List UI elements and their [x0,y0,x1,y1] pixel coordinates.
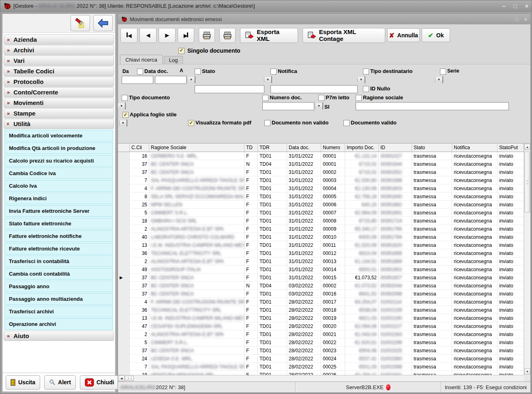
chevron-down-icon[interactable]: ▼ [357,77,365,82]
sidebar-item-trasferisci-in-contabilit[interactable]: Trasferisci in contabilità [4,255,113,267]
annulla-button[interactable]: ✘Annulla [387,28,420,42]
row-selector[interactable] [118,176,130,184]
column-header-notifica[interactable]: Notifica [452,143,498,152]
column-header-ragione[interactable]: Ragione Sociale [149,143,245,152]
tipo-documento-checkbox[interactable]: ✓ [122,95,128,101]
sidebar-item-trasferisci-archivi[interactable]: Trasferisci archivi [4,306,113,317]
row-selector[interactable] [118,257,130,266]
row-selector[interactable] [118,217,130,225]
table-row[interactable]: 13I.E.M. INDUSTRIA CAMPER MILANO-MES.LFT… [118,314,530,322]
serie-checkbox[interactable]: ✓ [440,69,446,75]
first-record-button[interactable]: ◀ [120,28,137,43]
data-da-input[interactable] [122,76,153,84]
applica-foglio-stile-checkbox[interactable]: ✓ [122,112,129,118]
column-header-tdr[interactable]: TDR [258,143,287,152]
scroll-down-icon[interactable]: ▼ [524,368,530,375]
chevron-down-icon[interactable]: ▼ [187,77,195,82]
table-row[interactable]: 37BC CENTER SNCANTD0431/01/202200001€715… [118,160,530,168]
column-header-statoput[interactable]: StatoPut [498,143,523,152]
table-row[interactable]: 7SAL PASQUARIELLO ARREDI TAVOLE SRLFTD01… [118,176,530,184]
vertical-scroll-thumb[interactable] [525,152,530,212]
tipo-documento-combo[interactable]: ▼ [125,103,126,109]
scroll-up-icon[interactable]: ▲ [524,144,530,150]
column-header-stato[interactable]: Stato [412,143,452,152]
table-row[interactable]: 37BC CENTER SNCAFTD0131/01/202200002€715… [118,168,530,176]
sidebar-item-rigenera-indici[interactable]: Rigenera indici [4,193,113,204]
table-row[interactable]: 37BC CENTER SNCANTD0403/02/202200002€1.0… [118,282,530,290]
numero-doc-checkbox[interactable]: ✓ [262,95,268,101]
table-row[interactable]: 16CERBERO S.E. MRL.FTD0131/01/202200001€… [118,152,530,160]
table-row[interactable]: 7SAL PASQUARIELLO ARREDI TAVOLE SRLFTD01… [118,363,530,371]
horizontal-scrollbar[interactable]: ◀ [118,375,524,381]
table-row[interactable]: 36TECHNICAL ELETTRICITY SRLFTD0128/02/20… [118,306,530,314]
row-selector[interactable] [118,160,130,168]
table-row[interactable]: 13I.E.M. INDUSTRIA CAMPER MILANO-MES.LFT… [118,241,530,249]
back-button[interactable] [93,15,113,31]
row-selector[interactable] [118,201,130,209]
visualizza-formato-pdf-checkbox[interactable]: ✓ [188,120,194,126]
table-row[interactable]: 4F. ARRMI DEI COSTRUZIONI RIUNITE SREFFT… [118,298,530,306]
table-row[interactable]: 24LESEDA S.E. MRL.FTD0128/02/202200024€5… [118,355,530,363]
sidebar-item-modifica-qt-articoli-in-produzione[interactable]: Modifica Qtà articoli in produzione [4,142,113,154]
tipo-destinatario-checkbox[interactable]: ✓ [363,69,369,75]
data-doc-checkbox[interactable]: ✓ [137,69,143,75]
row-selector[interactable] [118,225,130,233]
close-icon[interactable]: × [525,3,528,9]
alert-button[interactable]: Alert [44,375,76,390]
table-row[interactable]: 2ALINOSTRIA ARTESIA E.BT SPAFTD0128/02/2… [118,330,530,338]
minimize-icon[interactable]: – [502,3,506,9]
table-row[interactable]: 36TECHNICAL ELETTRICITY SRLFTD0131/01/20… [118,249,530,257]
sidebar-section-tabelle-codici[interactable]: »Tabelle Codici [4,66,114,76]
documento-non-valido-checkbox[interactable]: ✓ [264,120,270,126]
tab-chiavi-ricerca[interactable]: Chiavi ricerca [120,55,163,64]
column-header-sel[interactable] [118,143,130,152]
maximize-icon[interactable]: □ [513,3,517,9]
row-selector[interactable] [118,338,130,347]
prev-record-button[interactable]: ◀ [139,28,157,43]
ragione-sociale-input[interactable] [356,102,509,110]
column-header-data[interactable]: Data doc. [287,143,321,152]
print-alt-button[interactable] [219,28,236,43]
chevron-down-icon[interactable]: ▼ [435,77,442,82]
table-row[interactable]: 5CIMMERT S.R.L.FTD0131/01/202200007€2.98… [118,209,530,217]
sidebar-item-fatture-elettroniche-notifiche[interactable]: Fatture elettroniche notifiche [4,230,113,242]
row-selector[interactable] [118,298,130,306]
sidebar-section-movimenti[interactable]: »Movimenti [4,98,114,108]
row-selector[interactable] [118,355,130,363]
notifica-text-input[interactable] [270,85,358,93]
column-header-ccli[interactable]: C.Cli [130,143,149,152]
documento-valido-checkbox[interactable]: ✓ [343,120,350,126]
stato-checkbox[interactable]: ✓ [195,69,201,75]
row-selector[interactable] [118,347,130,355]
p7m-letto-combo[interactable]: SI▼ [322,103,323,109]
row-selector[interactable] [118,209,130,217]
row-selector[interactable] [118,168,130,176]
table-row[interactable]: 8SELA SRL SERVIZI ECCOMANREDA MALIFTD013… [118,193,530,201]
sidebar-section-archivi[interactable]: »Archivi [4,45,114,55]
sidebar-item-operazione-archivi[interactable]: Operazione archivi [4,318,113,330]
horizontal-scroll-thumb[interactable] [125,376,134,381]
row-selector[interactable] [118,306,130,314]
serie-combo[interactable]: ▼ [442,76,443,83]
vertical-scrollbar[interactable]: ▲ ▼ [524,143,530,375]
table-row[interactable]: 49ASSTOGROUP ITALIAFTD0131/01/202200014€… [118,266,530,274]
column-header-importo[interactable]: Importo Doc. [345,143,379,152]
uscita-button[interactable]: Uscita [6,375,40,390]
row-selector[interactable]: ▶ [118,274,130,282]
last-record-button[interactable]: ▶ [178,28,195,43]
table-row[interactable]: 40LABORATORIO CHRISTO COLMARDFTD0131/01/… [118,233,530,241]
sidebar-section-aiuto[interactable]: »Aiuto [4,331,114,341]
id-nullo-checkbox[interactable]: ✓ [363,86,369,92]
next-record-button[interactable]: ▶ [159,28,176,43]
row-selector[interactable] [118,363,130,371]
table-row[interactable]: 25MPM SELLENFTD0131/01/202200006€40,1530… [118,201,530,209]
table-row[interactable]: ▶37BC CENTER SNCAFTD0131/01/202200015€1.… [118,274,530,282]
table-row[interactable]: 2ALINOSTRIA ARTESIA E.BT SPAFTD0131/01/2… [118,257,530,266]
sidebar-section-stampe[interactable]: »Stampe [4,108,114,118]
row-selector[interactable] [118,266,130,274]
table-row[interactable]: 18GMBARA I SCO SRLFTD0131/01/202200008€7… [118,217,530,225]
sidebar-section-conto-corrente[interactable]: »Conto/Corrente [4,87,114,97]
foglio-stile-combo[interactable]: ▼ [127,120,127,126]
p7m-letto-checkbox[interactable]: ✓ [318,95,324,101]
row-selector[interactable] [118,241,130,249]
